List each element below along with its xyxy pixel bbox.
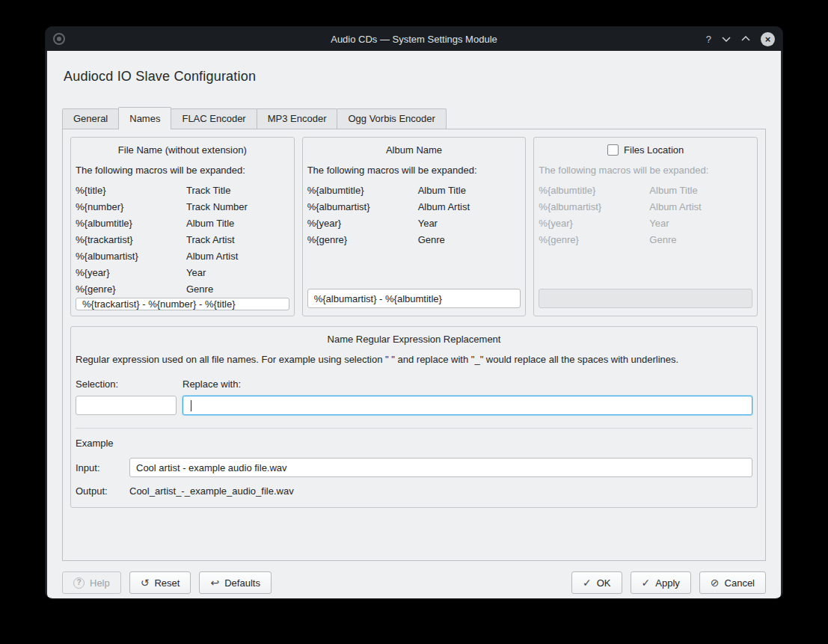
reset-button-label: Reset [154,577,180,589]
reset-button[interactable]: ↺ Reset [129,571,191,594]
names-tab-panel: File Name (without extension) The follow… [62,129,766,561]
close-button[interactable]: × [761,32,775,46]
macro-row: %{albumartist} Album Artist [307,199,521,215]
page-title: Audiocd IO Slave Configuration [64,69,766,85]
ok-check-icon: ✓ [583,577,592,588]
file-name-pattern-input[interactable] [76,298,289,310]
macro-token: %{genre} [539,232,649,248]
files-location-checkbox[interactable] [607,144,619,156]
macro-token: %{year} [539,215,649,232]
macro-meaning: Album Title [186,215,234,232]
regex-replacement-group: Name Regular Expression Replacement Regu… [70,326,758,508]
macro-token: %{albumtitle} [307,183,418,199]
help-icon: ? [73,577,85,589]
window-help-icon[interactable]: ? [706,34,711,44]
settings-window: Audio CDs — System Settings Module ? × A… [45,26,783,599]
macro-meaning: Genre [186,281,213,298]
reset-icon: ↺ [141,577,150,588]
example-input-label: Input: [76,462,129,473]
defaults-button-label: Defaults [224,577,260,589]
cancel-button-label: Cancel [725,577,755,589]
macro-meaning: Album Artist [418,199,470,215]
dialog-content: Audiocd IO Slave Configuration General N… [47,51,781,599]
apply-button-label: Apply [655,577,680,589]
macro-token: %{albumartist} [307,199,418,215]
macro-meaning: Album Artist [649,199,701,215]
macro-row: %{genre} Genre [307,232,521,248]
macro-row: %{number} Track Number [76,199,289,215]
macro-row: %{genre} Genre [76,281,289,298]
macro-row: %{genre} Genre [539,232,752,248]
macro-row: %{albumtitle} Album Title [76,215,289,232]
chevron-down-icon[interactable] [722,36,731,42]
files-location-group-intro: The following macros will be expanded: [539,165,752,176]
macro-meaning: Year [649,215,669,232]
macro-token: %{year} [76,265,186,281]
macro-token: %{title} [76,183,186,199]
macro-row: %{albumtitle} Album Title [539,183,752,199]
macro-meaning: Track Number [186,199,248,215]
file-name-group-intro: The following macros will be expanded: [76,165,289,176]
macro-row: %{trackartist} Track Artist [76,232,289,248]
cancel-button[interactable]: ⊘ Cancel [699,571,766,594]
macro-token: %{year} [307,215,418,232]
selection-input[interactable] [76,396,177,415]
window-app-icon [53,33,65,45]
album-name-group-title: Album Name [307,144,521,156]
example-label: Example [76,438,752,449]
files-location-group-title: Files Location [624,144,684,156]
macro-meaning: Track Artist [186,232,235,248]
macro-meaning: Album Artist [186,248,238,265]
macro-row: %{year} Year [307,215,521,232]
macro-row: %{albumartist} Album Artist [539,199,752,215]
file-name-group-title: File Name (without extension) [76,144,289,156]
replace-with-input[interactable] [183,396,752,415]
macro-row: %{albumtitle} Album Title [307,183,521,199]
help-button-label: Help [90,577,110,589]
macro-token: %{number} [76,199,186,215]
macro-token: %{genre} [307,232,418,248]
help-button[interactable]: ? Help [62,571,121,594]
ok-button-label: OK [597,577,611,589]
chevron-up-icon[interactable] [741,36,750,42]
macro-token: %{trackartist} [76,232,186,248]
apply-check-icon: ✓ [642,577,651,588]
macro-meaning: Year [418,215,438,232]
separator [76,428,752,429]
macro-meaning: Album Title [418,183,466,199]
macro-meaning: Album Title [649,183,697,199]
tab-general[interactable]: General [62,108,119,129]
macro-meaning: Year [186,265,206,281]
album-name-group: Album Name The following macros will be … [302,137,527,316]
album-name-pattern-input[interactable] [307,289,521,308]
macro-row: %{albumartist} Album Artist [76,248,289,265]
text-cursor [191,400,191,411]
macro-row: %{title} Track Title [76,183,289,199]
example-output-label: Output: [76,485,129,497]
files-location-group: Files Location The following macros will… [533,137,758,316]
tab-names[interactable]: Names [118,107,171,129]
macro-token: %{genre} [76,281,186,298]
ok-button[interactable]: ✓ OK [571,571,622,594]
defaults-icon: ↩ [210,577,219,588]
example-input-field[interactable] [129,458,752,477]
tab-mp3-encoder[interactable]: MP3 Encoder [257,108,338,129]
tab-flac-encoder[interactable]: FLAC Encoder [171,108,257,129]
replace-with-label: Replace with: [183,378,752,390]
macro-token: %{albumtitle} [76,215,186,232]
defaults-button[interactable]: ↩ Defaults [199,571,271,594]
regex-description: Regular expression used on all file name… [76,354,752,365]
window-title: Audio CDs — System Settings Module [46,34,782,45]
macro-token: %{albumartist} [76,248,186,265]
macro-row: %{year} Year [539,215,752,232]
cancel-icon: ⊘ [711,577,720,588]
tab-ogg-vorbis-encoder[interactable]: Ogg Vorbis Encoder [337,108,446,129]
titlebar[interactable]: Audio CDs — System Settings Module ? × [46,27,782,51]
macro-meaning: Genre [649,232,676,248]
album-name-group-intro: The following macros will be expanded: [307,165,521,176]
macro-row: %{year} Year [76,265,289,281]
apply-button[interactable]: ✓ Apply [631,571,691,594]
macro-meaning: Genre [418,232,445,248]
regex-group-title: Name Regular Expression Replacement [76,334,752,345]
dialog-button-row: ? Help ↺ Reset ↩ Defaults ✓ OK ✓ Apply ⊘ [62,571,766,594]
